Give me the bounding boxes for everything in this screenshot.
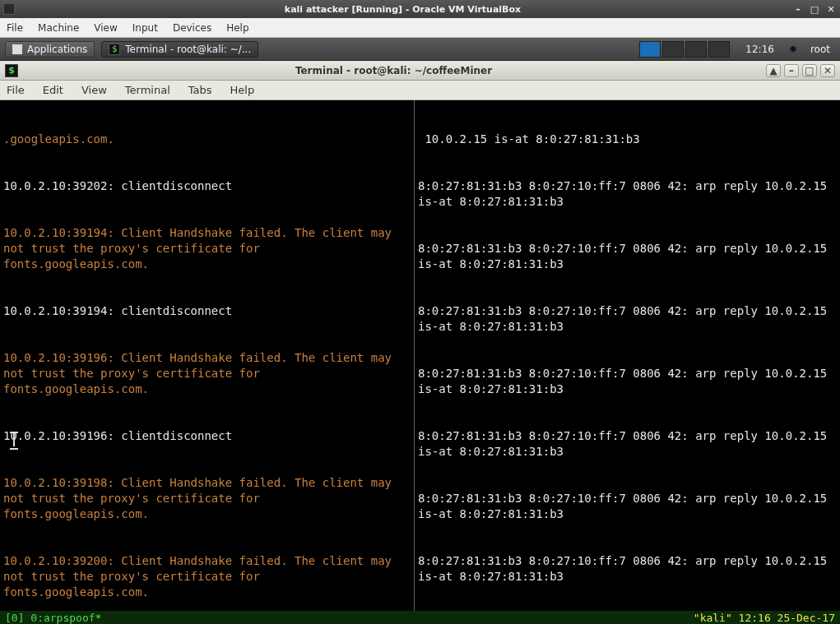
arp-line: 8:0:27:81:31:b3 8:0:27:10:ff:7 0806 42: … xyxy=(418,241,837,272)
host-panel: Applications $ Terminal - root@kali: ~/.… xyxy=(0,38,840,61)
log-line: 10.0.2.10:39196: Client Handshake failed… xyxy=(3,350,411,397)
vbox-menu-file[interactable]: File xyxy=(7,22,23,34)
terminal-menubar: File Edit View Terminal Tabs Help xyxy=(0,81,840,100)
log-line: 10.0.2.10:39196: clientdisconnect xyxy=(3,428,411,444)
terminal-title: Terminal - root@kali: ~/coffeeMiner xyxy=(25,65,763,76)
tmux-pane-left[interactable]: .googleapis.com. 10.0.2.10:39202: client… xyxy=(0,100,414,611)
log-line: 10.0.2.10:39194: Client Handshake failed… xyxy=(3,225,411,272)
term-menu-help[interactable]: Help xyxy=(230,84,255,96)
arp-line: 8:0:27:81:31:b3 8:0:27:10:ff:7 0806 42: … xyxy=(418,303,837,335)
arp-line: 10.0.2.15 is-at 8:0:27:81:31:b3 xyxy=(418,132,837,147)
terminal-close-button[interactable]: ✕ xyxy=(820,64,835,77)
minimize-button[interactable]: – xyxy=(792,3,804,15)
applications-label: Applications xyxy=(27,44,87,55)
term-menu-terminal[interactable]: Terminal xyxy=(125,84,170,96)
terminal-ontop-button[interactable]: ▲ xyxy=(766,64,781,77)
vbox-title-text: kali attacker [Running] - Oracle VM Virt… xyxy=(18,4,787,15)
tmux-status-left: [0] 0:arpspoof* xyxy=(5,612,101,624)
log-line: .googleapis.com. xyxy=(3,132,411,147)
arp-line: 8:0:27:81:31:b3 8:0:27:10:ff:7 0806 42: … xyxy=(418,553,837,585)
term-menu-view[interactable]: View xyxy=(81,84,107,96)
terminal-window-icon: $ xyxy=(5,64,18,77)
notifications-icon[interactable]: ✸ xyxy=(786,42,801,57)
vbox-menubar: File Machine View Input Devices Help xyxy=(0,18,840,38)
panel-username[interactable]: root xyxy=(810,44,830,55)
guest-desktop: $ Terminal - root@kali: ~/coffeeMiner ▲ … xyxy=(0,61,840,624)
arp-line: 8:0:27:81:31:b3 8:0:27:10:ff:7 0806 42: … xyxy=(418,428,837,460)
term-menu-edit[interactable]: Edit xyxy=(43,84,63,96)
workspace-3[interactable] xyxy=(685,41,707,58)
log-line: 10.0.2.10:39198: Client Handshake failed… xyxy=(3,475,411,522)
term-menu-file[interactable]: File xyxy=(7,84,25,96)
tmux-status-bar: [0] 0:arpspoof* "kali" 12:16 25-Dec-17 xyxy=(0,611,840,624)
task-label: Terminal - root@kali: ~/... xyxy=(125,44,251,55)
tmux-subpane-top[interactable]: 10.0.2.15 is-at 8:0:27:81:31:b3 8:0:27:8… xyxy=(418,100,837,611)
vbox-menu-devices[interactable]: Devices xyxy=(173,22,211,34)
terminal-titlebar: $ Terminal - root@kali: ~/coffeeMiner ▲ … xyxy=(0,61,840,81)
terminal-icon: $ xyxy=(109,44,120,55)
tmux-pane-right[interactable]: 10.0.2.15 is-at 8:0:27:81:31:b3 8:0:27:8… xyxy=(414,100,840,611)
terminal-body[interactable]: .googleapis.com. 10.0.2.10:39202: client… xyxy=(0,100,840,611)
term-menu-tabs[interactable]: Tabs xyxy=(188,84,212,96)
terminal-maximize-button[interactable]: □ xyxy=(802,64,817,77)
terminal-minimize-button[interactable]: – xyxy=(784,64,799,77)
close-button[interactable]: ✕ xyxy=(825,3,837,15)
vbox-menu-input[interactable]: Input xyxy=(132,22,158,34)
vbox-menu-view[interactable]: View xyxy=(94,22,117,34)
vbox-app-icon xyxy=(3,3,15,15)
arp-line: 8:0:27:81:31:b3 8:0:27:10:ff:7 0806 42: … xyxy=(418,491,837,522)
arp-line: 8:0:27:81:31:b3 8:0:27:10:ff:7 0806 42: … xyxy=(418,178,837,210)
log-line: 10.0.2.10:39202: clientdisconnect xyxy=(3,178,411,194)
arp-line: 8:0:27:81:31:b3 8:0:27:10:ff:7 0806 42: … xyxy=(418,366,837,397)
workspace-4[interactable] xyxy=(708,41,730,58)
apps-icon xyxy=(12,44,22,54)
workspace-2[interactable] xyxy=(662,41,684,58)
vbox-titlebar: kali attacker [Running] - Oracle VM Virt… xyxy=(0,0,840,18)
panel-clock[interactable]: 12:16 xyxy=(745,44,774,55)
vbox-menu-help[interactable]: Help xyxy=(226,22,248,34)
taskbar-terminal[interactable]: $ Terminal - root@kali: ~/... xyxy=(101,41,258,58)
tmux-status-right: "kali" 12:16 25-Dec-17 xyxy=(694,612,835,624)
vbox-menu-machine[interactable]: Machine xyxy=(38,22,79,34)
applications-menu[interactable]: Applications xyxy=(5,41,95,58)
workspace-switcher xyxy=(638,41,731,58)
log-line: 10.0.2.10:39194: clientdisconnect xyxy=(3,303,411,319)
workspace-1[interactable] xyxy=(639,41,661,58)
maximize-button[interactable]: □ xyxy=(809,3,820,15)
log-line: 10.0.2.10:39200: Client Handshake failed… xyxy=(3,553,411,600)
